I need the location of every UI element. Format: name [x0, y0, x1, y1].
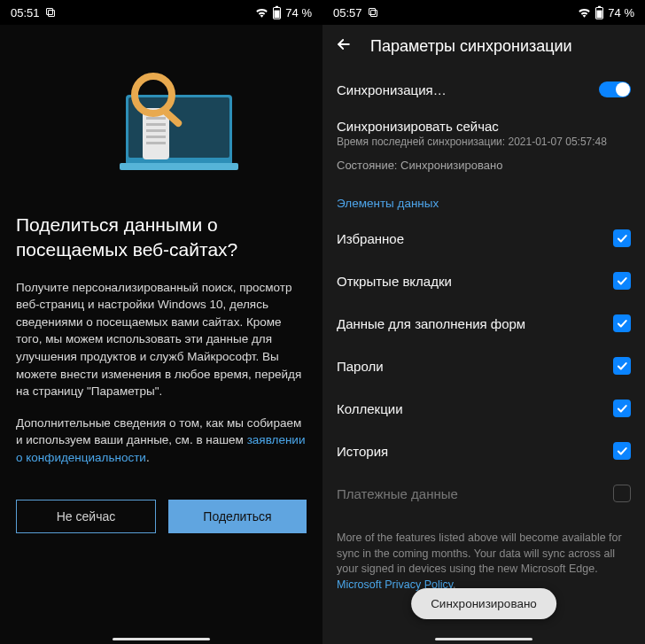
- status-bar: 05:51 74 %: [0, 0, 322, 25]
- battery-icon: [272, 5, 282, 19]
- sync-item-checkbox[interactable]: [613, 357, 631, 375]
- sync-item-row: Платежные данные: [337, 472, 631, 515]
- status-battery-text: 74 %: [608, 6, 634, 19]
- footer-note: More of the features listed above will b…: [337, 515, 631, 593]
- sync-item-label: Коллекции: [337, 401, 403, 416]
- sync-item-checkbox[interactable]: [613, 442, 631, 460]
- status-bar: 05:57 74 %: [322, 0, 645, 25]
- sync-toggle-row[interactable]: Синхронизация…: [337, 69, 631, 110]
- page-title: Параметры синхронизации: [370, 37, 572, 56]
- svg-rect-19: [598, 6, 601, 8]
- sync-toggle-label: Синхронизация…: [337, 82, 447, 97]
- sync-toggle[interactable]: [599, 81, 631, 97]
- svg-rect-3: [276, 6, 278, 8]
- sync-item-checkbox[interactable]: [613, 272, 631, 290]
- nav-handle[interactable]: [113, 638, 210, 640]
- status-time: 05:51: [11, 6, 40, 19]
- sync-item-checkbox[interactable]: [613, 314, 631, 332]
- wifi-icon: [578, 7, 591, 18]
- share-button[interactable]: Поделиться: [168, 500, 307, 533]
- status-battery-text: 74 %: [285, 6, 312, 19]
- dialog-title: Поделиться данными о посещаемых веб-сайт…: [16, 213, 307, 263]
- sync-last-time: Время последней синхронизации: 2021-01-0…: [337, 136, 631, 148]
- svg-rect-12: [146, 136, 166, 138]
- not-now-button[interactable]: Не сейчас: [16, 500, 156, 533]
- sync-item-row[interactable]: Открытые вкладки: [337, 260, 631, 302]
- sync-now-row[interactable]: Синхронизировать сейчас Время последней …: [337, 110, 631, 148]
- svg-rect-13: [146, 142, 166, 144]
- svg-rect-11: [146, 129, 166, 132]
- svg-rect-10: [146, 123, 166, 126]
- sync-item-label: Открытые вкладки: [337, 274, 452, 289]
- body2-suffix: .: [146, 451, 150, 464]
- nav-handle[interactable]: [435, 638, 532, 640]
- back-arrow-icon[interactable]: [335, 35, 353, 57]
- svg-rect-20: [597, 11, 602, 19]
- footer-prefix: More of the features listed above will b…: [337, 531, 622, 575]
- svg-rect-0: [46, 9, 52, 15]
- right-phone-screen: 05:57 74 % Параметры синхронизации Синхр…: [322, 0, 645, 644]
- illustration: [0, 25, 322, 213]
- status-time: 05:57: [333, 6, 362, 19]
- sync-item-label: Данные для заполнения форм: [337, 316, 525, 331]
- sync-item-checkbox: [613, 485, 631, 502]
- sync-item-row[interactable]: Избранное: [337, 217, 631, 260]
- sync-item-row[interactable]: Коллекции: [337, 387, 631, 430]
- sync-item-checkbox[interactable]: [613, 400, 631, 417]
- wifi-icon: [255, 7, 268, 18]
- sync-item-label: Пароли: [337, 359, 384, 374]
- svg-rect-7: [120, 163, 238, 170]
- left-phone-screen: 05:51 74 %: [0, 0, 322, 644]
- screenshot-icon: [45, 7, 56, 18]
- section-header: Элементы данных: [337, 188, 631, 217]
- sync-item-label: Избранное: [337, 231, 404, 246]
- sync-item-row[interactable]: История: [337, 430, 631, 472]
- svg-rect-17: [370, 11, 377, 17]
- screenshot-icon: [368, 7, 378, 18]
- svg-rect-9: [146, 117, 166, 120]
- sync-item-label: История: [337, 444, 388, 459]
- sync-item-checkbox[interactable]: [613, 229, 631, 247]
- svg-rect-4: [275, 11, 280, 19]
- sync-now-label: Синхронизировать сейчас: [337, 119, 631, 134]
- svg-rect-16: [369, 9, 375, 15]
- sync-item-row[interactable]: Пароли: [337, 345, 631, 387]
- page-header: Параметры синхронизации: [322, 25, 645, 69]
- battery-icon: [594, 5, 604, 19]
- toast: Синхронизировано: [411, 588, 556, 619]
- sync-status: Состояние: Синхронизировано: [337, 148, 631, 188]
- sync-item-row[interactable]: Данные для заполнения форм: [337, 302, 631, 345]
- sync-item-label: Платежные данные: [337, 486, 458, 501]
- dialog-body-2: Дополнительные сведения о том, как мы со…: [16, 415, 307, 467]
- dialog-body-1: Получите персонализированный поиск, прос…: [16, 279, 307, 400]
- svg-rect-1: [48, 11, 54, 17]
